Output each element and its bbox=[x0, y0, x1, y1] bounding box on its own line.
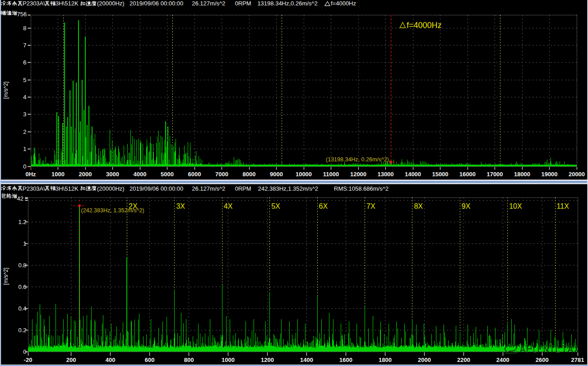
svg-text:3000: 3000 bbox=[106, 171, 119, 178]
svg-text:8000: 8000 bbox=[243, 171, 256, 178]
svg-text:8: 8 bbox=[23, 25, 26, 32]
svg-text:13198.34Hz,0.26m/s^2: 13198.34Hz,0.26m/s^2 bbox=[257, 0, 317, 7]
svg-text:8X: 8X bbox=[414, 202, 423, 210]
svg-text:6000: 6000 bbox=[188, 171, 201, 178]
svg-text:18000: 18000 bbox=[514, 171, 530, 178]
svg-text:5X: 5X bbox=[271, 202, 280, 210]
svg-text:800: 800 bbox=[184, 357, 194, 363]
svg-text:15000: 15000 bbox=[432, 171, 448, 178]
svg-text:-20: -20 bbox=[24, 357, 32, 363]
svg-text:13000: 13000 bbox=[377, 171, 394, 178]
svg-text:3H\512K: 3H\512K bbox=[56, 185, 79, 192]
svg-text:1000: 1000 bbox=[222, 357, 235, 363]
svg-text:1.2: 1.2 bbox=[18, 219, 26, 225]
svg-text:12000: 12000 bbox=[350, 171, 366, 178]
svg-text:0.6: 0.6 bbox=[18, 284, 26, 290]
svg-text:1600: 1600 bbox=[339, 357, 352, 363]
svg-text:(20000Hz): (20000Hz) bbox=[97, 0, 125, 7]
svg-text:4X: 4X bbox=[224, 202, 233, 210]
svg-text:16000: 16000 bbox=[459, 171, 476, 178]
svg-text:2781: 2781 bbox=[571, 357, 584, 363]
svg-text:242.383Hz,1.352m/s^2: 242.383Hz,1.352m/s^2 bbox=[258, 185, 318, 192]
svg-text:(20000Hz): (20000Hz) bbox=[97, 185, 125, 192]
svg-text:P2303A\: P2303A\ bbox=[23, 185, 45, 192]
svg-text:3X: 3X bbox=[176, 202, 185, 210]
svg-text:20000: 20000 bbox=[569, 171, 585, 178]
svg-text:f=4000Hz: f=4000Hz bbox=[407, 21, 442, 30]
svg-text:7000: 7000 bbox=[215, 171, 228, 178]
svg-text:0.2: 0.2 bbox=[18, 327, 26, 334]
svg-text:4000: 4000 bbox=[134, 171, 147, 178]
svg-text:(242.383Hz, 1.352m/s^2): (242.383Hz, 1.352m/s^2) bbox=[81, 207, 144, 214]
svg-text:2019/09/06 00:00:00: 2019/09/06 00:00:00 bbox=[130, 0, 183, 7]
svg-text:(13198.34Hz, 0.26m/s^2): (13198.34Hz, 0.26m/s^2) bbox=[326, 156, 389, 163]
svg-text:2019/09/06 00:00:00: 2019/09/06 00:00:00 bbox=[130, 185, 183, 192]
svg-text:1000: 1000 bbox=[51, 171, 65, 178]
svg-text:9X: 9X bbox=[462, 202, 471, 210]
svg-text:17000: 17000 bbox=[486, 171, 503, 178]
svg-text:0.4: 0.4 bbox=[18, 305, 26, 312]
svg-text:19000: 19000 bbox=[541, 171, 557, 178]
svg-text:0Hz: 0Hz bbox=[25, 171, 36, 178]
svg-text:1800: 1800 bbox=[379, 357, 392, 363]
svg-text:P2303A\: P2303A\ bbox=[23, 0, 45, 7]
svg-text:0: 0 bbox=[23, 163, 26, 170]
svg-text:0: 0 bbox=[23, 348, 26, 355]
svg-text:2000: 2000 bbox=[418, 357, 431, 363]
svg-text:10X: 10X bbox=[509, 202, 522, 210]
svg-text:7X: 7X bbox=[366, 202, 375, 210]
svg-text:2200: 2200 bbox=[457, 357, 470, 363]
svg-text:200: 200 bbox=[66, 357, 76, 363]
svg-text:RMS:1058.686m/s^2: RMS:1058.686m/s^2 bbox=[334, 185, 389, 192]
svg-text:[m/s^2]: [m/s^2] bbox=[3, 82, 9, 99]
svg-text:400: 400 bbox=[106, 357, 116, 363]
svg-text:2600: 2600 bbox=[536, 357, 549, 363]
svg-text:26.127m/s^2: 26.127m/s^2 bbox=[192, 185, 225, 192]
svg-text:14000: 14000 bbox=[405, 171, 421, 178]
svg-text:1: 1 bbox=[23, 240, 26, 247]
svg-text:11X: 11X bbox=[557, 202, 569, 210]
svg-text:f=4000Hz: f=4000Hz bbox=[331, 0, 356, 7]
svg-text:7: 7 bbox=[23, 42, 26, 49]
svg-text:5000: 5000 bbox=[161, 171, 174, 178]
svg-text:1: 1 bbox=[23, 146, 26, 152]
svg-text:2000: 2000 bbox=[79, 171, 92, 178]
svg-text:0RPM: 0RPM bbox=[235, 185, 251, 192]
svg-text:2: 2 bbox=[23, 128, 26, 135]
svg-text:1200: 1200 bbox=[261, 357, 274, 363]
svg-text:5: 5 bbox=[23, 77, 26, 83]
svg-text:11000: 11000 bbox=[323, 171, 339, 178]
svg-text:2400: 2400 bbox=[496, 357, 509, 363]
svg-text:600: 600 bbox=[145, 357, 155, 363]
svg-text:4: 4 bbox=[23, 94, 26, 101]
svg-text:756: 756 bbox=[17, 11, 27, 18]
svg-text:6: 6 bbox=[23, 59, 26, 66]
svg-text:0.8: 0.8 bbox=[18, 262, 26, 269]
svg-text:9000: 9000 bbox=[270, 171, 283, 178]
svg-text:3: 3 bbox=[23, 111, 26, 118]
svg-text:6X: 6X bbox=[319, 202, 328, 210]
svg-text:10000: 10000 bbox=[296, 171, 312, 178]
svg-text:42: 42 bbox=[17, 195, 23, 202]
svg-text:[m/s^2]: [m/s^2] bbox=[3, 268, 9, 285]
svg-text:0RPM: 0RPM bbox=[235, 0, 251, 7]
svg-text:26.127m/s^2: 26.127m/s^2 bbox=[192, 0, 225, 7]
svg-text:1400: 1400 bbox=[300, 357, 313, 363]
svg-text:3H\512K: 3H\512K bbox=[56, 0, 79, 7]
